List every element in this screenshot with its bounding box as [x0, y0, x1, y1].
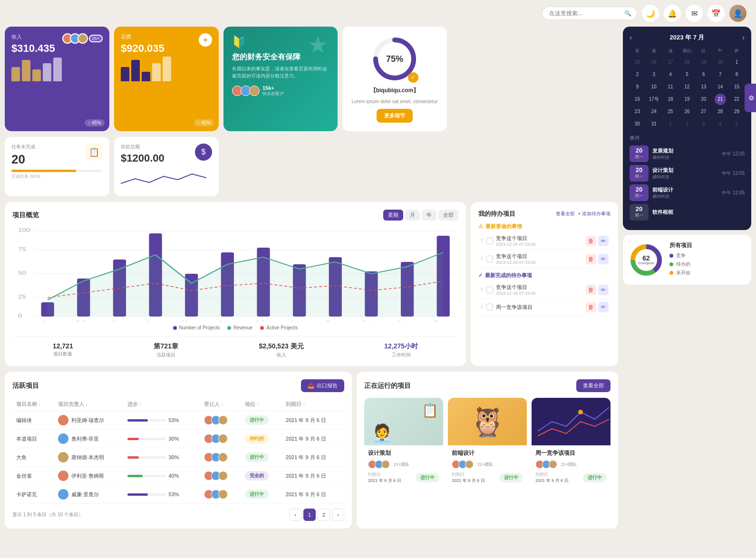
cal-29[interactable]: 29 — [696, 57, 711, 68]
cal-2[interactable]: 2 — [630, 69, 645, 80]
cal-12[interactable]: 12 — [679, 81, 695, 93]
page-prev[interactable]: ‹ — [289, 509, 301, 521]
todo-delete-3[interactable]: 🗑 — [586, 285, 596, 295]
cal-5[interactable]: 5 — [679, 69, 695, 80]
calh-fri: Fr — [712, 47, 728, 56]
cal-n1[interactable]: 1 — [663, 118, 678, 130]
ebar-4 — [152, 63, 161, 81]
cal-30[interactable]: 30 — [712, 57, 728, 68]
cal-8[interactable]: 8 — [729, 69, 745, 80]
view-all-button[interactable]: 查看全部 — [576, 379, 611, 392]
project-card-frontend: 🦉 前端设计 21+团队 — [448, 398, 527, 488]
col-status[interactable]: 地位 ↕ — [241, 398, 282, 411]
cal-27b[interactable]: 27 — [696, 106, 711, 117]
view-all-link[interactable]: 查看全部 — [556, 211, 575, 217]
notifications-button[interactable]: 🔔 — [664, 5, 681, 22]
filter-all[interactable]: 全部 — [438, 210, 458, 221]
small-cards-row: 📋 任务未完成 20 完成任务 20/28 $ 存款总额 $1200.00 — [5, 137, 618, 196]
bar-4 — [43, 63, 51, 81]
cal-26[interactable]: 26 — [646, 57, 662, 68]
cal-10[interactable]: 10 — [646, 81, 662, 93]
cal-1[interactable]: 1 — [729, 57, 745, 68]
filter-week[interactable]: 星期 — [383, 210, 403, 221]
drag-handle-3[interactable]: ⠿ — [480, 287, 484, 292]
cal-28b[interactable]: 28 — [712, 106, 728, 117]
filter-month[interactable]: 月 — [405, 210, 420, 221]
cal-25[interactable]: 25 — [630, 57, 645, 68]
add-todo-button[interactable]: + 添加待办事项 — [578, 211, 611, 217]
filter-year[interactable]: 年 — [422, 210, 436, 221]
cal-7[interactable]: 7 — [712, 69, 728, 80]
todo-edit-1[interactable]: ✏ — [598, 236, 609, 246]
cell-manager-1: 奥利弗·菲亚 — [54, 430, 124, 448]
todo-checkbox-2[interactable] — [486, 256, 493, 262]
drag-handle-2[interactable]: ⠿ — [480, 256, 484, 261]
cal-27[interactable]: 27 — [663, 57, 678, 68]
cal-21-today[interactable]: 21 — [715, 94, 726, 105]
col-due[interactable]: 到期日 ↕ — [282, 398, 344, 411]
cal-n4[interactable]: 4 — [712, 118, 728, 130]
cal-18[interactable]: 18 — [663, 94, 678, 105]
col-progress[interactable]: 进步 ↕ — [124, 398, 200, 411]
cal-n2[interactable]: 2 — [679, 118, 695, 130]
cal-15[interactable]: 15 — [729, 81, 745, 93]
drag-handle-4[interactable]: ⠿ — [480, 305, 484, 310]
cal-n5[interactable]: 5 — [729, 118, 745, 130]
cal-6[interactable]: 6 — [696, 69, 711, 80]
todo-delete-1[interactable]: 🗑 — [586, 236, 596, 246]
page-next[interactable]: › — [332, 509, 344, 521]
event-1-time: 中午 12:05 — [722, 151, 745, 157]
drag-handle-1[interactable]: ⠿ — [480, 238, 484, 243]
more-details-button[interactable]: 更多细节 — [377, 109, 413, 123]
export-button[interactable]: 📤 出口报告 — [301, 379, 344, 392]
cal-3[interactable]: 3 — [646, 69, 662, 80]
cal-11[interactable]: 11 — [663, 81, 678, 93]
cal-4[interactable]: 4 — [663, 69, 678, 80]
progress-bar-0 — [127, 419, 165, 422]
col-assignee[interactable]: 受让人 ↕ — [200, 398, 241, 411]
user-avatar[interactable]: 👤 — [729, 5, 746, 22]
cal-23[interactable]: 23 — [630, 106, 645, 117]
col-name[interactable]: 项目名称 ↕ — [12, 398, 54, 411]
todo-checkbox-3[interactable] — [486, 287, 493, 293]
cal-prev-button[interactable]: ‹ — [630, 33, 632, 42]
cal-20[interactable]: 20 — [696, 94, 711, 105]
page-2[interactable]: 2 — [318, 509, 330, 521]
cal-17[interactable]: 17号 — [646, 94, 662, 105]
search-box[interactable]: 🔍 — [542, 7, 637, 20]
project-design-footer: 到期日 2021 年 9 月 6 日 进行中 — [368, 471, 439, 484]
todo-edit-2[interactable]: ✏ — [598, 254, 609, 264]
cal-16[interactable]: 16 — [630, 94, 645, 105]
cal-next-button[interactable]: › — [742, 33, 745, 42]
cal-9[interactable]: 9 — [630, 81, 645, 93]
todo-checkbox-4[interactable] — [486, 304, 493, 310]
todo-edit-4[interactable]: ✏ — [598, 302, 609, 312]
cal-22[interactable]: 22 — [729, 94, 745, 105]
todo-edit-3[interactable]: ✏ — [598, 285, 609, 295]
financial-desc: 长期以来的事实是，读者在查看页面布局时会被页面的可读内容分散注意力。 — [232, 65, 329, 79]
cal-26b[interactable]: 26 — [679, 106, 695, 117]
cal-14[interactable]: 14 — [712, 81, 728, 93]
cal-13[interactable]: 13 — [696, 81, 711, 93]
dark-mode-button[interactable]: 🌙 — [642, 5, 659, 22]
mail-button[interactable]: ✉ — [686, 5, 703, 22]
cal-19[interactable]: 19 — [679, 94, 695, 105]
cal-28[interactable]: 28 — [679, 57, 695, 68]
page-1[interactable]: 1 — [303, 509, 316, 521]
stat-projects: 12,721 项目数量 — [53, 342, 73, 358]
todo-delete-2[interactable]: 🗑 — [586, 254, 596, 264]
cal-31[interactable]: 31 — [646, 118, 662, 130]
cal-29b[interactable]: 29 — [729, 106, 745, 117]
todo-checkbox-1[interactable] — [486, 238, 493, 244]
calendar-button[interactable]: 📅 — [708, 5, 725, 22]
cal-24[interactable]: 24 — [646, 106, 662, 117]
search-input[interactable] — [549, 10, 620, 17]
cal-25b[interactable]: 25 — [663, 106, 678, 117]
cal-30b[interactable]: 30 — [630, 118, 645, 130]
todo-content-2: 竞争这个项目 2023-12-26 07:15:00 — [496, 253, 583, 265]
calendar-settings-btn[interactable]: ⚙ — [745, 84, 756, 112]
col-manager[interactable]: 项目负责人 ↕ — [54, 398, 124, 411]
todo-delete-4[interactable]: 🗑 — [586, 302, 596, 312]
add-expenses-button[interactable]: + — [199, 33, 212, 47]
cal-n3[interactable]: 3 — [696, 118, 711, 130]
